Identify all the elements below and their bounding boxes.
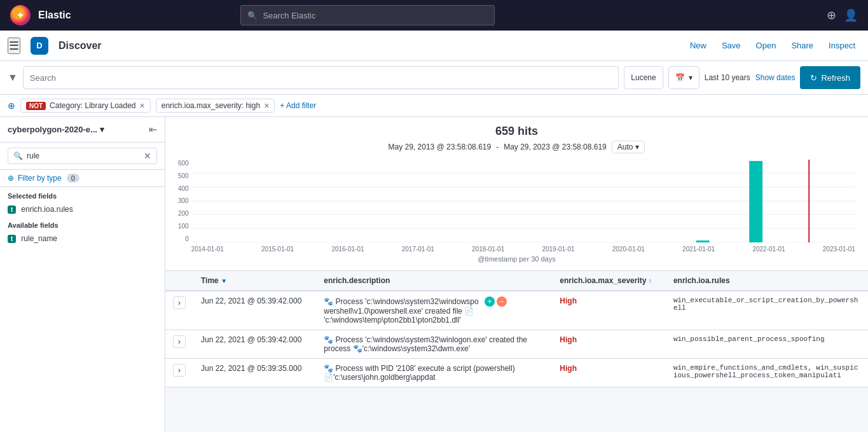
calendar-button[interactable]: 📅 ▾: [668, 66, 699, 89]
time-cell-1: Jun 22, 2021 @ 05:39:42.000: [193, 291, 316, 330]
field-type-badge: t: [8, 206, 16, 214]
x-axis-2018: 2018-01-01: [472, 246, 504, 253]
global-search-bar[interactable]: 🔍 Search Elastic: [240, 5, 495, 25]
lucene-button[interactable]: Lucene: [624, 66, 663, 89]
clear-search-button[interactable]: ✕: [144, 151, 151, 161]
search-bar-placeholder: Search Elastic: [263, 11, 315, 20]
field-name: rule_name: [21, 234, 57, 243]
search-input[interactable]: [30, 73, 612, 83]
filter-bar: ⊕ NOT Category: Library Loaded × enrich.…: [0, 95, 868, 117]
filter-by-type-button[interactable]: ⊕ Filter by type: [8, 174, 62, 183]
top-nav-icons: ⊕ 👤: [827, 8, 858, 22]
user-icon[interactable]: 👤: [844, 8, 858, 22]
refresh-button[interactable]: ↻ Refresh: [800, 66, 860, 89]
x-axis-label: @timestamp per 30 days: [178, 255, 855, 263]
desc-column-header[interactable]: enrich.description: [316, 271, 552, 291]
filter-type-row: ⊕ Filter by type 0: [0, 170, 165, 187]
svg-rect-8: [696, 240, 709, 242]
search-input-wrapper[interactable]: [23, 66, 619, 89]
collapse-sidebar-button[interactable]: ⇤: [149, 123, 157, 136]
app-name: Elastic: [38, 10, 71, 21]
field-search-input[interactable]: [27, 151, 140, 160]
sidebar: cyberpolygon-2020-e... ▾ ⇤ 🔍 ✕ ⊕ Filter …: [0, 117, 165, 432]
open-button[interactable]: Open: [751, 38, 782, 53]
date-range: May 29, 2013 @ 23:58:08.619 - May 29, 20…: [178, 141, 855, 153]
available-fields-title: Available fields: [0, 216, 165, 232]
add-filter-button[interactable]: + Add filter: [280, 101, 316, 110]
expand-cell: ›: [165, 359, 193, 387]
y-axis-100: 100: [178, 223, 189, 230]
calendar-dropdown-icon: ▾: [689, 73, 692, 82]
new-button[interactable]: New: [685, 38, 712, 53]
calendar-icon: 📅: [675, 73, 685, 82]
field-search-wrapper: 🔍 ✕: [8, 148, 157, 164]
filter-options-button[interactable]: ⊕: [8, 101, 15, 111]
selected-fields-title: Selected fields: [0, 187, 165, 202]
rules-column-header[interactable]: enrich.ioa.rules: [666, 271, 868, 291]
share-button[interactable]: Share: [786, 38, 818, 53]
severity-column-header[interactable]: enrich.ioa.max_severity ↑: [552, 271, 666, 291]
menu-button[interactable]: ☰: [8, 38, 20, 54]
process-icon: 🐾: [324, 335, 333, 344]
y-axis-600: 600: [178, 160, 189, 167]
chevron-down-icon: ▾: [100, 125, 104, 134]
filter-tag-2: enrich.ioa.max_severity: high ×: [156, 99, 275, 113]
expand-row-2-button[interactable]: ›: [173, 335, 186, 348]
results-table-area: Time ▼ enrich.description enrich.ioa.max…: [165, 271, 868, 432]
chevron-down-icon: ▾: [635, 143, 639, 151]
show-dates-button[interactable]: Show dates: [755, 73, 796, 82]
process-icon: 🐾: [324, 364, 333, 373]
filter-add-button-1[interactable]: +: [485, 296, 495, 307]
rules-cell-1: win_executable_or_script_creation_by_pow…: [666, 291, 868, 330]
filter-tag-1: NOT Category: Library Loaded ×: [20, 99, 151, 113]
desc-cell-1: 🐾 Process 'c:\windows\system32\windowspo…: [316, 291, 552, 330]
nav-actions: New Save Open Share Inspect: [685, 38, 860, 53]
app-badge: D: [31, 37, 48, 55]
severity-cell-2: High: [552, 330, 666, 359]
selected-field-item-1[interactable]: t enrich.ioa.rules: [0, 202, 165, 216]
content-area: 659 hits May 29, 2013 @ 23:58:08.619 - M…: [165, 117, 868, 432]
save-button[interactable]: Save: [717, 38, 746, 53]
sidebar-search-area: 🔍 ✕: [0, 143, 165, 170]
expand-row-1-button[interactable]: ›: [173, 296, 186, 309]
sort-icon: ▼: [221, 277, 227, 284]
search-icon: 🔍: [13, 151, 23, 160]
x-axis-2014: 2014-01-01: [191, 246, 224, 253]
expand-cell: ›: [165, 291, 193, 330]
expand-row-3-button[interactable]: ›: [173, 364, 186, 377]
query-options-button[interactable]: ▼: [8, 72, 18, 83]
filter-remove-button-1[interactable]: −: [497, 296, 507, 307]
remove-filter-1-button[interactable]: ×: [140, 101, 145, 110]
inspect-button[interactable]: Inspect: [823, 38, 860, 53]
interval-select[interactable]: Auto ▾: [612, 141, 645, 153]
secondary-navigation: ☰ D Discover New Save Open Share Inspect: [0, 31, 868, 61]
y-axis-500: 500: [178, 172, 189, 179]
y-axis-0: 0: [178, 235, 189, 242]
filter-field-2: enrich.ioa.max_severity: high: [162, 101, 260, 110]
time-range-label: Last 10 years: [705, 73, 750, 82]
chart-svg: [191, 160, 855, 242]
elastic-logo: ✦: [10, 5, 31, 25]
remove-filter-2-button[interactable]: ×: [264, 101, 269, 110]
date-from: May 29, 2013 @ 23:58:08.619: [389, 143, 492, 151]
x-axis-2017: 2017-01-01: [402, 246, 434, 253]
expand-column-header: [165, 271, 193, 291]
help-icon[interactable]: ⊕: [827, 8, 836, 22]
filter-field-1: Category: Library Loaded: [50, 101, 135, 110]
file-icon: 📄: [324, 373, 333, 382]
filter-count-badge: 0: [67, 174, 79, 183]
search-bar-wrapper: 🔍 Search Elastic: [240, 5, 495, 25]
severity-cell-3: High: [552, 359, 666, 387]
index-pattern[interactable]: cyberpolygon-2020-e... ▾: [8, 125, 104, 134]
time-cell-2: Jun 22, 2021 @ 05:39:42.000: [193, 330, 316, 359]
refresh-icon: ↻: [810, 73, 817, 83]
filter-controls-1: + −: [485, 296, 507, 307]
available-field-item-1[interactable]: t rule_name: [0, 232, 165, 246]
x-axis-2016: 2016-01-01: [331, 246, 364, 253]
top-navigation: ✦ Elastic 🔍 Search Elastic ⊕ 👤: [0, 0, 868, 31]
time-cell-3: Jun 22, 2021 @ 05:39:35.000: [193, 359, 316, 387]
time-column-header[interactable]: Time ▼: [193, 271, 316, 291]
svg-rect-7: [749, 161, 762, 242]
filter-type-icon: ⊕: [8, 174, 14, 183]
chart-header: 659 hits: [178, 125, 855, 138]
